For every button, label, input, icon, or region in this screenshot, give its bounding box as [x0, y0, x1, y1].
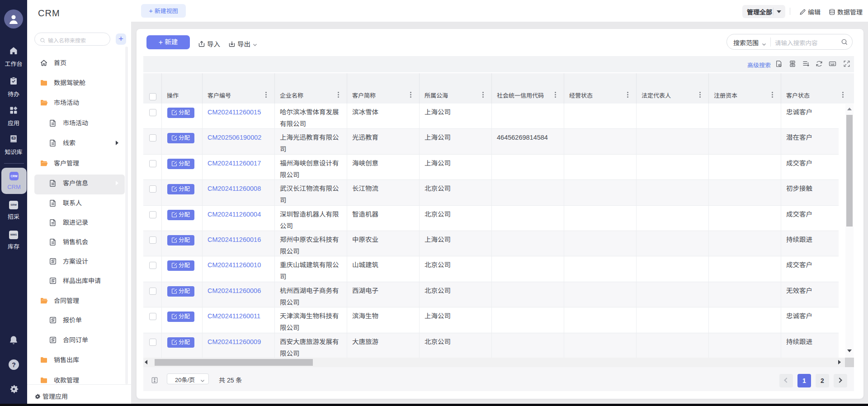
- svg-text:AI: AI: [12, 137, 15, 139]
- svg-text:?: ?: [12, 361, 16, 368]
